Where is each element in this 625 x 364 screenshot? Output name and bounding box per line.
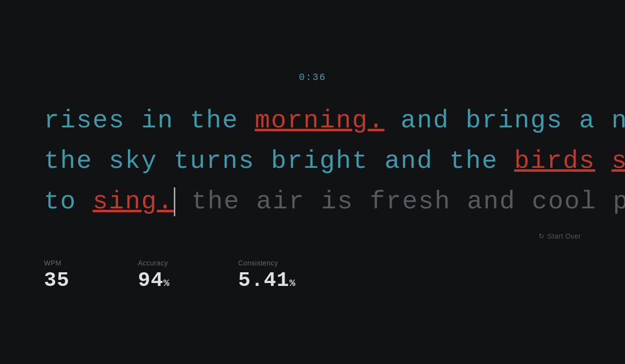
consistency-stat: Consistency 5.41% xyxy=(238,259,296,292)
line-2: the sky turns bright and the birds start… xyxy=(44,141,581,182)
line-3: to sing. the air is fresh and cool peopl… xyxy=(44,182,581,222)
word-turns: turns xyxy=(174,147,255,176)
accuracy-value: 94% xyxy=(138,269,169,292)
word-cool: cool xyxy=(532,187,597,216)
stats-area: WPM 35 Accuracy 94% Consistency 5.41% xyxy=(44,259,581,292)
word-air: air xyxy=(256,187,305,216)
typing-area[interactable]: rises in the morning. and brings a new d… xyxy=(44,101,581,222)
timer-display: 0:36 xyxy=(299,72,326,83)
word-sky: sky xyxy=(109,147,158,176)
line-1: rises in the morning. and brings a new d… xyxy=(44,101,581,141)
word-and2: and xyxy=(384,147,433,176)
word-the1: the xyxy=(190,106,239,135)
wpm-label: WPM xyxy=(44,259,69,267)
word-bright: bright xyxy=(271,147,368,176)
word-to: to xyxy=(44,187,76,216)
word-people: people xyxy=(613,187,625,216)
word-new: new xyxy=(611,106,625,135)
word-in: in xyxy=(141,106,173,135)
word-and1: and xyxy=(401,106,450,135)
word-the3: the xyxy=(449,147,498,176)
refresh-icon: ↻ xyxy=(539,231,545,242)
word-starts: starts xyxy=(611,147,625,176)
word-the2: the xyxy=(44,147,93,176)
consistency-value: 5.41% xyxy=(238,269,296,292)
wpm-value: 35 xyxy=(44,269,69,292)
start-over-label: Start Over xyxy=(547,231,581,242)
word-a: a xyxy=(579,106,595,135)
wpm-stat: WPM 35 xyxy=(44,259,69,292)
word-the4: the xyxy=(191,187,240,216)
word-fresh: fresh xyxy=(370,187,451,216)
word-sing: sing. xyxy=(93,187,174,216)
word-birds: birds xyxy=(514,147,595,176)
word-brings: brings xyxy=(465,106,562,135)
accuracy-stat: Accuracy 94% xyxy=(138,259,169,292)
start-over-button[interactable]: ↻ Start Over xyxy=(539,231,581,242)
accuracy-label: Accuracy xyxy=(138,259,169,267)
word-morning: morning. xyxy=(255,106,385,135)
text-cursor xyxy=(174,187,175,216)
word-is: is xyxy=(321,187,354,216)
word-and3: and xyxy=(467,187,516,216)
consistency-label: Consistency xyxy=(238,259,296,267)
word-rises: rises xyxy=(44,106,125,135)
